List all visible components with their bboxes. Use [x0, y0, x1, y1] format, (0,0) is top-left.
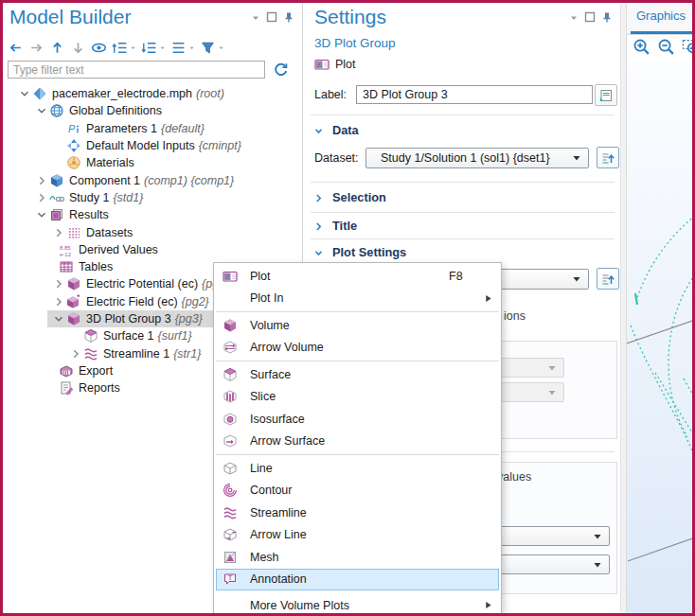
- dropdown-caret-icon[interactable]: [187, 41, 195, 54]
- arrow-left-button[interactable]: [8, 40, 24, 56]
- settings-scrollbar[interactable]: [620, 0, 627, 616]
- menu-item-plot[interactable]: PlotF8: [214, 265, 501, 288]
- list-plain-button[interactable]: [170, 40, 195, 56]
- tree-item-label: Default Model Inputs: [86, 139, 195, 152]
- menu-item-label: Arrow Surface: [250, 434, 325, 448]
- active-tab-underline: [631, 31, 695, 34]
- menu-item-slice[interactable]: Slice: [214, 386, 501, 409]
- volume-icon: [66, 276, 81, 291]
- section-title[interactable]: Title: [312, 216, 357, 235]
- float-panel-icon[interactable]: [584, 11, 596, 23]
- funnel-button[interactable]: [200, 40, 224, 56]
- list-down-button[interactable]: [141, 40, 166, 56]
- dropdown-caret-icon[interactable]: [158, 41, 166, 54]
- chevron-down-icon[interactable]: [51, 311, 66, 326]
- tab-graphics[interactable]: Graphics: [627, 9, 695, 23]
- chevron-down-icon: [593, 560, 602, 570]
- menu-item-label: Arrow Volume: [250, 341, 324, 354]
- chevron-right-icon[interactable]: [51, 225, 66, 240]
- arrow-line-icon: [223, 527, 238, 542]
- label-field[interactable]: [356, 85, 593, 104]
- menu-item-arrow-volume[interactable]: Arrow Volume: [214, 337, 501, 360]
- dataset-source-button[interactable]: [597, 147, 619, 168]
- menu-item-label: Volume: [250, 319, 290, 332]
- menu-item-annotation[interactable]: TAnnotation: [216, 569, 499, 591]
- arrow-down-button[interactable]: [70, 40, 86, 56]
- tree-item-results[interactable]: Results: [0, 206, 302, 223]
- chevron-down-icon[interactable]: [34, 207, 49, 222]
- section-plot-settings[interactable]: Plot Settings: [312, 242, 406, 261]
- tree-item-derived-values[interactable]: 8.85e-12Derived Values: [0, 241, 302, 258]
- chevron-down-icon[interactable]: [34, 103, 49, 118]
- menu-item-mesh[interactable]: Mesh: [214, 546, 501, 569]
- settings-plot-toolbar[interactable]: Plot: [314, 57, 356, 72]
- tree-item-label: Materials: [86, 156, 134, 169]
- zoom-in-icon[interactable]: [633, 38, 650, 56]
- plot-button-label: Plot: [335, 58, 356, 71]
- chevron-right-icon[interactable]: [34, 190, 49, 205]
- section-selection[interactable]: Selection: [312, 187, 386, 206]
- settings-title: Settings: [314, 6, 386, 28]
- list-up-button[interactable]: [112, 40, 136, 56]
- tree-item-component-1[interactable]: Component 1(comp1) {comp1}: [0, 171, 302, 188]
- pin-panel-icon[interactable]: [601, 11, 613, 23]
- chevron-right-icon[interactable]: [68, 346, 83, 361]
- chevron-right-icon[interactable]: [51, 294, 66, 309]
- arrow-up-icon: [49, 40, 65, 56]
- arrow-right-button[interactable]: [28, 40, 45, 56]
- arrow-volume-icon: [223, 340, 238, 355]
- derived-icon: 8.85e-12: [59, 242, 74, 257]
- panel-menu-caret-icon[interactable]: [249, 11, 260, 23]
- checkbox-label-fragment: values: [497, 470, 531, 484]
- tree-item-pacemaker-electrode-mph[interactable]: pacemaker_electrode.mph(root): [0, 85, 302, 102]
- tree-item-default-model-inputs[interactable]: Default Model Inputs{cminpt}: [0, 137, 302, 154]
- dropdown-caret-icon[interactable]: [217, 41, 224, 54]
- tree-item-study-1[interactable]: Study 1{std1}: [0, 189, 302, 206]
- panel-menu-caret-icon[interactable]: [567, 11, 579, 23]
- chevron-down-icon[interactable]: [17, 86, 32, 101]
- tree-item-parameters-1[interactable]: PParameters 1{default}: [0, 120, 302, 137]
- separator: [311, 238, 615, 239]
- pin-panel-icon[interactable]: [283, 11, 294, 23]
- chevron-right-icon[interactable]: [34, 173, 49, 188]
- context-menu: PlotF8Plot InVolumeArrow VolumeSurfaceSl…: [213, 262, 502, 616]
- arrow-up-button[interactable]: [49, 40, 65, 56]
- view-source-button[interactable]: [597, 268, 619, 290]
- zoom-box-icon[interactable]: [682, 38, 695, 56]
- tree-item-materials[interactable]: Materials: [0, 154, 302, 171]
- menu-item-surface[interactable]: Surface: [214, 363, 501, 386]
- menu-item-arrow-surface[interactable]: Arrow Surface: [214, 431, 501, 453]
- menu-item-isosurface[interactable]: Isosurface: [214, 408, 501, 431]
- svg-text:P: P: [68, 123, 76, 134]
- menu-item-more-volume-plots[interactable]: More Volume Plots: [214, 594, 501, 616]
- graphics-canvas[interactable]: [627, 61, 695, 616]
- filter-input[interactable]: [8, 61, 265, 79]
- menu-item-contour[interactable]: Contour: [214, 480, 501, 502]
- menu-item-plot-in[interactable]: Plot In: [214, 288, 501, 310]
- component-icon: [49, 173, 64, 188]
- materials-icon: [66, 155, 81, 170]
- tree-item-datasets[interactable]: Datasets: [0, 223, 302, 240]
- menu-item-label: Contour: [250, 484, 292, 497]
- zoom-out-icon[interactable]: [657, 38, 675, 56]
- menu-item-label: Isosurface: [250, 413, 305, 426]
- tree-item-tag: {std1}: [113, 191, 143, 204]
- dataset-caption: Dataset:: [314, 151, 359, 165]
- rename-button[interactable]: [595, 84, 617, 106]
- menu-item-volume[interactable]: Volume: [214, 314, 501, 337]
- refresh-icon[interactable]: [273, 62, 289, 78]
- tree-item-global-definitions[interactable]: Global Definitions: [0, 102, 302, 119]
- chevron-right-icon[interactable]: [51, 276, 66, 291]
- menu-item-streamline[interactable]: Streamline: [214, 502, 501, 524]
- tree-item-label: Electric Field (ec): [86, 295, 178, 308]
- plot-preview: [627, 61, 695, 616]
- section-data[interactable]: Data: [312, 120, 359, 139]
- dropdown-caret-icon[interactable]: [129, 41, 136, 54]
- eye-button[interactable]: [91, 40, 107, 56]
- funnel-icon: [200, 40, 216, 56]
- float-panel-icon[interactable]: [266, 11, 277, 23]
- dataset-select[interactable]: Study 1/Solution 1 (sol1) {dset1}: [365, 148, 589, 168]
- menu-item-line[interactable]: Line: [214, 457, 501, 480]
- menu-item-arrow-line[interactable]: Arrow Line: [214, 524, 501, 547]
- inputs-icon: [66, 138, 81, 153]
